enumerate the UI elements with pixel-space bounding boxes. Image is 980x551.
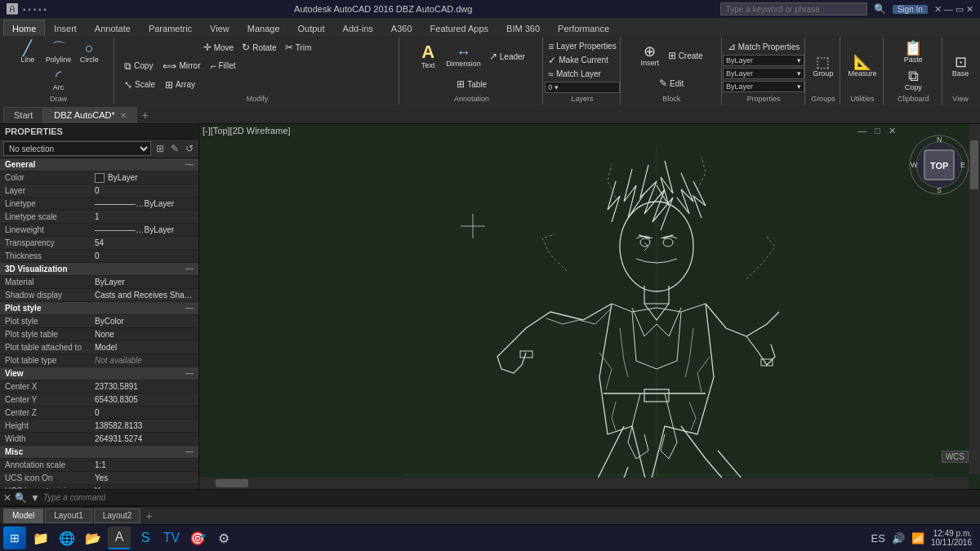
tray-volume[interactable]: 🔊: [892, 532, 905, 544]
properties-icon2[interactable]: ✎: [169, 143, 180, 154]
group-button[interactable]: ⬚Group: [809, 53, 836, 79]
match-properties-button[interactable]: ⊿Match Properties: [724, 40, 804, 53]
layout-tab-1[interactable]: Layout1: [45, 509, 92, 523]
vp-maximize[interactable]: □: [872, 126, 883, 136]
trim-button[interactable]: ✂Trim: [282, 41, 315, 54]
modify-group-label: Modify: [247, 95, 269, 103]
viewport-header: [-][Top][2D Wireframe]: [203, 126, 291, 136]
tray-network[interactable]: 📶: [911, 532, 924, 544]
prop-plot-type: Plot table type Not available: [0, 354, 198, 367]
insert-button[interactable]: ⊕Insert: [637, 42, 663, 69]
viewport[interactable]: [-][Top][2D Wireframe] — □ ✕: [199, 124, 980, 489]
viewport-controls: — □ ✕: [855, 126, 898, 136]
match-layer-button[interactable]: ≈Match Layer: [545, 68, 604, 81]
utilities-group-label: Utilities: [850, 95, 874, 103]
clipboard-copy-button[interactable]: ⧉Copy: [900, 67, 926, 93]
selection-dropdown[interactable]: No selection: [3, 141, 151, 156]
doc-tab-start[interactable]: Start: [3, 107, 43, 123]
taskbar-misc1[interactable]: 🎯: [186, 527, 209, 549]
sign-in-button[interactable]: Sign In: [893, 5, 928, 14]
layout-tab-model[interactable]: Model: [3, 509, 43, 523]
doc-tab-dbz[interactable]: DBZ AutoCAD* ✕: [43, 107, 137, 123]
copy-button[interactable]: ⧉Copy: [121, 60, 156, 73]
text-button[interactable]: AText: [415, 42, 441, 71]
section-view[interactable]: View —: [0, 367, 198, 380]
create-button[interactable]: ⊞Create: [665, 49, 706, 62]
section-misc[interactable]: Misc —: [0, 446, 198, 459]
properties-icon1[interactable]: ⊞: [154, 143, 166, 154]
scrollbar-vertical[interactable]: [969, 124, 980, 474]
tab-annotate[interactable]: Annotate: [86, 20, 140, 36]
new-layout-button[interactable]: +: [142, 509, 155, 522]
taskbar-explorer[interactable]: 📁: [29, 527, 52, 549]
tab-view[interactable]: View: [201, 20, 238, 36]
base-button[interactable]: ⊡Base: [947, 53, 973, 79]
taskbar-files[interactable]: 📂: [82, 527, 105, 549]
leader-button[interactable]: ↗Leader: [486, 50, 528, 63]
tab-output[interactable]: Output: [289, 20, 334, 36]
taskbar-autocad[interactable]: A: [108, 527, 131, 549]
tray-clock: 12:49 p.m. 10/11/2016: [931, 529, 972, 547]
taskbar-teamviewer[interactable]: TV: [160, 527, 183, 549]
arc-button[interactable]: ◜Arc: [46, 67, 72, 93]
layer-dropdown[interactable]: 0 ▾: [545, 82, 619, 93]
tab-featured[interactable]: Featured Apps: [421, 20, 498, 36]
taskbar-chrome[interactable]: 🌐: [56, 527, 78, 549]
rotate-button[interactable]: ↻Rotate: [238, 41, 279, 54]
layout-tab-2[interactable]: Layout2: [94, 509, 141, 523]
character-wireframe: Y: [403, 149, 975, 489]
prop-layer: Layer 0: [0, 184, 198, 198]
tab-parametric[interactable]: Parametric: [140, 20, 201, 36]
measure-button[interactable]: 📐Measure: [844, 53, 880, 79]
linetype-dropdown[interactable]: ByLayer▾: [723, 68, 804, 79]
tab-performance[interactable]: Performance: [549, 20, 618, 36]
tab-manage[interactable]: Manage: [238, 20, 289, 36]
vp-minimize[interactable]: —: [855, 126, 869, 136]
paste-button[interactable]: 📋Paste: [900, 39, 926, 65]
tab-home[interactable]: Home: [3, 20, 45, 36]
dimension-button[interactable]: ↔Dimension: [443, 43, 484, 69]
vp-close[interactable]: ✕: [886, 126, 898, 136]
new-tab-button[interactable]: +: [137, 107, 154, 123]
command-input[interactable]: [43, 493, 977, 502]
taskbar-misc2[interactable]: ⚙: [212, 527, 235, 549]
properties-group-label: Properties: [747, 95, 781, 103]
prop-center-x: Center X 23730.5891: [0, 380, 198, 393]
cmd-icon1[interactable]: ✕: [3, 492, 11, 504]
scrollbar-thumb-v[interactable]: [970, 140, 978, 189]
search-input[interactable]: [720, 2, 867, 16]
table-button[interactable]: ⊞Table: [453, 78, 490, 91]
properties-scroll[interactable]: General — Color ByLayer Layer 0 Linetype…: [0, 158, 198, 489]
cmd-icon3[interactable]: ▼: [30, 492, 40, 504]
mirror-button[interactable]: ⟺Mirror: [159, 60, 203, 73]
color-dropdown[interactable]: ByLayer▾: [723, 55, 804, 66]
edit-button[interactable]: ✎Edit: [656, 77, 687, 90]
section-general[interactable]: General —: [0, 158, 198, 171]
scrollbar-horizontal[interactable]: [199, 478, 969, 489]
circle-button[interactable]: ○Circle: [76, 39, 102, 65]
fillet-button[interactable]: ⌐Fillet: [207, 60, 239, 73]
section-plot[interactable]: Plot style —: [0, 302, 198, 315]
section-3dvis[interactable]: 3D Visualization —: [0, 263, 198, 276]
scale-button[interactable]: ⤡Scale: [121, 78, 158, 91]
system-tray: ES 🔊 📶 12:49 p.m. 10/11/2016: [871, 529, 977, 547]
line-button[interactable]: ╱Line: [15, 39, 41, 65]
make-current-button[interactable]: ✓Make Current: [545, 54, 612, 67]
array-button[interactable]: ⊞Array: [162, 78, 198, 91]
tab-bim360[interactable]: BIM 360: [497, 20, 549, 36]
cmd-icon2[interactable]: 🔍: [15, 492, 27, 504]
tab-a360[interactable]: A360: [382, 20, 421, 36]
tab-insert[interactable]: Insert: [45, 20, 86, 36]
move-button[interactable]: ✛Move: [200, 41, 237, 54]
tab-addins[interactable]: Add-ins: [334, 20, 382, 36]
prop-linetype-scale: Linetype scale 1: [0, 211, 198, 224]
close-tab-icon[interactable]: ✕: [120, 111, 127, 120]
scrollbar-thumb-h[interactable]: [216, 479, 248, 487]
layer-properties-button[interactable]: ≡Layer Properties: [545, 40, 619, 53]
properties-icon3[interactable]: ↺: [184, 143, 195, 154]
polyline-button[interactable]: ⌒Polyline: [42, 39, 75, 65]
start-button[interactable]: ⊞: [3, 527, 26, 549]
lineweight-dropdown[interactable]: ByLayer▾: [723, 81, 804, 92]
taskbar-skype[interactable]: S: [134, 527, 157, 549]
navcube[interactable]: N S E W TOP: [906, 132, 972, 198]
